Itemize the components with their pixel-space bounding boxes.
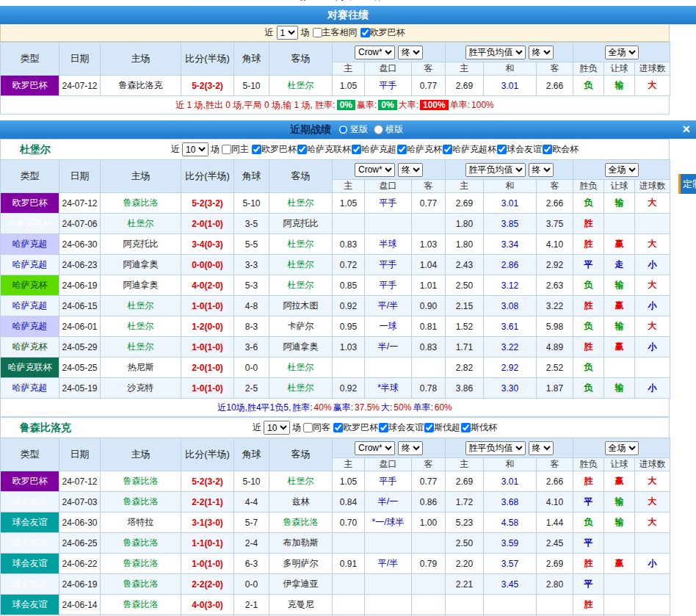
asia-state-select[interactable]: 终 [398, 46, 423, 59]
cell-asia-home-odds: 0.83 [333, 234, 365, 255]
team1-count-select[interactable]: 10 [182, 142, 209, 156]
league-checkbox[interactable] [397, 145, 407, 154]
cell-score: 5-2(3-2) [181, 76, 234, 96]
summary-part: 胜率: [292, 402, 312, 414]
asia-company-select[interactable]: Crow* [355, 46, 395, 59]
cell-euro-home-odds: 1.80 [446, 214, 484, 234]
cell-score: 5-2(3-2) [181, 193, 234, 214]
cell-euro-away-odds: 3.22 [537, 296, 573, 316]
cell-asia-away-odds: 0.86 [412, 492, 446, 512]
scope-select[interactable]: 全场 [605, 163, 639, 177]
cell-home-team: 鲁森比洛 [101, 554, 181, 574]
cell-asia-home-odds: 1.05 [333, 76, 365, 96]
cell-euro-home-odds: 5.23 [446, 512, 484, 533]
cell-league: 球会友谊 [1, 512, 59, 533]
cell-result-goals [635, 214, 670, 234]
cell-league: 哈萨克联杯 [1, 214, 59, 234]
scope-select[interactable]: 全场 [605, 46, 639, 59]
h2h-count-select[interactable]: 1 [277, 26, 298, 40]
match-row: 哈萨克超24-06-15杜堡尔1-0(1-0)4-8阿拉木图0.92平/半0.9… [1, 296, 670, 316]
cell-home-team: 鲁森比洛 [101, 193, 181, 214]
scope-header: 全场 [573, 43, 670, 62]
summary-part: 近10场,胜4平1负5, [217, 402, 291, 414]
cell-handicap [365, 595, 412, 615]
vertical-view-radio[interactable] [338, 125, 348, 134]
cell-date: 24-06-19 [59, 574, 101, 595]
cell-result-wdl: 平 [573, 255, 604, 275]
league-filter[interactable]: 欧罗巴杯 [333, 421, 378, 434]
league-filter[interactable]: 哈萨克杯 [397, 143, 442, 156]
cell-handicap: 平手 [365, 471, 412, 492]
cell-asia-home-odds: 1.05 [333, 193, 365, 214]
col-header-away-team: 客场 [269, 43, 333, 76]
cell-handicap: 半/一 [365, 337, 412, 358]
team1-league-filters: 欧罗巴杯哈萨克联杯哈萨克超哈萨克杯哈萨克超杯球会友谊欧会杯 [252, 143, 579, 156]
league-checkbox[interactable] [379, 423, 388, 432]
league-filter[interactable]: 斯伐杯 [461, 421, 497, 434]
europe-state-select[interactable]: 终 [529, 163, 554, 177]
cell-result-handicap: 赢 [604, 554, 635, 574]
league-checkbox[interactable] [424, 423, 434, 432]
cell-result-wdl: 平 [573, 574, 604, 595]
scope-select[interactable]: 全场 [605, 441, 639, 455]
league-filter[interactable]: 哈萨克超 [352, 143, 396, 156]
league-filter[interactable]: 欧会杯 [543, 143, 579, 156]
match-row: 哈萨克联杯24-05-25热尼斯2-0(1-0)0-0杜堡尔2.822.922.… [1, 358, 670, 378]
cell-date: 24-06-30 [59, 512, 101, 533]
cell-score: 1-0(1-0) [181, 296, 234, 316]
cell-corner: 5-10 [234, 193, 269, 214]
league-filter[interactable]: 哈萨克超杯 [443, 143, 496, 156]
horizontal-view-radio[interactable] [374, 125, 383, 134]
sub-header: 和 [484, 62, 537, 76]
europe-state-select[interactable]: 终 [529, 441, 554, 455]
same-home-filter[interactable]: 同主 [222, 143, 249, 156]
team2-header-row: 鲁森比洛克 近 10 场 同客 欧罗巴杯球会友谊斯伐超斯伐杯 [0, 417, 670, 438]
league-filter[interactable]: 球会友谊 [379, 421, 424, 434]
cell-date: 24-06-14 [59, 595, 101, 615]
league-checkbox[interactable] [543, 145, 552, 154]
league-checkbox[interactable] [297, 145, 307, 154]
cell-result-goals: 小 [635, 337, 670, 358]
league-filter[interactable]: 哈萨克联杯 [297, 143, 351, 156]
europe-company-select[interactable]: 胜平负均值 [465, 46, 526, 59]
same-away-filter[interactable]: 同客 [303, 421, 330, 434]
league-checkbox[interactable] [333, 423, 343, 432]
league-checkbox[interactable] [461, 423, 471, 432]
league-checkbox[interactable] [252, 145, 261, 154]
cell-result-goals: 大 [635, 193, 670, 214]
cell-league: 球会友谊 [1, 492, 59, 512]
league-checkbox[interactable] [352, 145, 361, 154]
close-icon[interactable]: × [682, 121, 690, 137]
league-filter[interactable]: 球会友谊 [497, 143, 542, 156]
europe-company-select[interactable]: 胜平负均值 [465, 441, 526, 455]
vertical-view-option[interactable]: 竖版 [338, 123, 368, 136]
league-checkbox[interactable] [443, 145, 452, 154]
same-away-checkbox[interactable] [303, 423, 313, 432]
col-header-date: 日期 [59, 438, 101, 471]
cell-result-wdl: 平 [573, 492, 604, 512]
same-venue-checkbox[interactable] [313, 28, 322, 37]
horizontal-view-option[interactable]: 横版 [374, 123, 403, 136]
same-home-checkbox[interactable] [222, 145, 231, 154]
asia-company-select[interactable]: Crow* [355, 441, 395, 455]
sub-header: 盘口 [365, 62, 412, 76]
customize-tab[interactable]: 定制 [678, 174, 696, 194]
europe-company-select[interactable]: 胜平负均值 [465, 163, 526, 177]
cell-result-handicap [604, 214, 635, 234]
league-filter[interactable]: 欧罗巴杯 [252, 143, 297, 156]
cell-result-handicap: 赢 [604, 234, 635, 255]
league-checkbox[interactable] [360, 28, 370, 37]
cell-date: 24-05-25 [59, 358, 101, 378]
cell-handicap: 平手 [365, 76, 412, 96]
asia-company-select[interactable]: Crow* [355, 163, 395, 177]
league-checkbox[interactable] [497, 145, 507, 154]
sub-header: 让球 [604, 180, 635, 193]
league-filter[interactable]: 欧罗巴杯 [360, 26, 405, 39]
asia-state-select[interactable]: 终 [398, 441, 423, 455]
asia-state-select[interactable]: 终 [398, 163, 423, 177]
europe-state-select[interactable]: 终 [529, 46, 554, 59]
league-filter[interactable]: 斯伐超 [424, 421, 460, 434]
same-venue-filter[interactable]: 主客相同 [313, 26, 358, 39]
team2-count-select[interactable]: 10 [264, 421, 290, 435]
cell-date: 24-06-19 [59, 275, 101, 296]
